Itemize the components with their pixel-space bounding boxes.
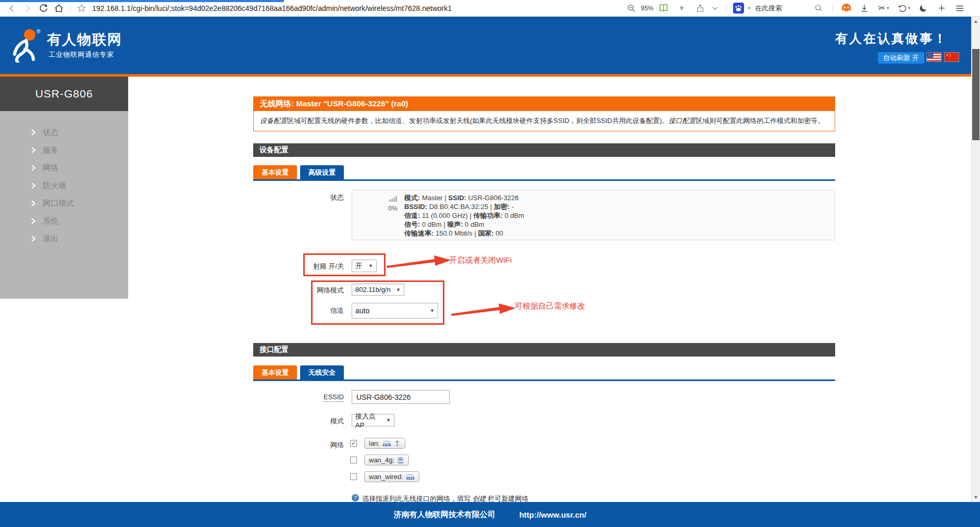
sidebar-item-label: 服务 — [43, 145, 58, 155]
network-badge-label: wan_wired: — [369, 473, 403, 481]
chevron-right-icon — [31, 236, 35, 242]
section-interface-config: 接口配置 — [253, 343, 835, 357]
toolbar-divider — [726, 4, 726, 13]
chevron-right-icon — [31, 129, 35, 136]
browser-toolbar: 192.168.1.1/cgi-bin/luci/;stok=94d02e2e8… — [0, 0, 980, 17]
site-header: ® 有人物联网 工业物联网通信专家 有人在认真做事！ 自动刷新 开 — [0, 17, 980, 74]
select-arrow-icon: ▼ — [386, 418, 391, 423]
chevron-down-icon[interactable] — [711, 2, 720, 15]
switch-icon — [406, 474, 415, 480]
sidebar-item-防火墙[interactable]: 防火墙 — [0, 177, 128, 194]
add-icon[interactable] — [934, 2, 949, 15]
modem-icon — [397, 457, 404, 463]
sidebar-item-网口模式[interactable]: 网口模式 — [0, 194, 128, 212]
zoom-out-icon[interactable] — [624, 2, 639, 15]
interface-tab[interactable]: 基本设置 — [253, 365, 297, 379]
search-box[interactable]: 在此搜索 — [755, 4, 782, 13]
scroll-down-icon[interactable]: ▼ — [972, 493, 980, 501]
status-line: BSSID: D8:B0:4C:BA:32:25 | 加密: - — [404, 202, 524, 211]
status-label: 状态 — [224, 193, 344, 202]
flag-us-icon[interactable] — [926, 52, 941, 62]
sidebar-item-label: 退出 — [43, 234, 58, 244]
status-line: 模式: Master | SSID: USR-G806-3226 — [404, 193, 524, 202]
network-badge-label: wan_4g: — [369, 456, 394, 464]
vertical-scrollbar[interactable]: ▲ ▼ — [971, 17, 980, 501]
undo-history-icon[interactable]: ▾ — [895, 2, 913, 15]
sidebar-item-系统[interactable]: 系统 — [0, 212, 128, 230]
page-title: 无线网络: Master "USR-G806-3226" (ra0) — [254, 97, 835, 111]
flash-icon[interactable] — [674, 2, 690, 15]
switch-icon — [382, 440, 391, 447]
sidebar-item-网络[interactable]: 网络 — [0, 159, 128, 177]
network-badge-lan: lan: — [364, 438, 405, 449]
auto-refresh-toggle[interactable]: 自动刷新 开 — [878, 52, 924, 64]
baidu-search-icon[interactable] — [732, 2, 746, 15]
network-badge-wan_4g: wan_4g: — [364, 455, 409, 465]
home-icon[interactable] — [51, 2, 67, 15]
svg-text:®: ® — [36, 29, 41, 34]
network-badge-label: lan: — [369, 439, 380, 447]
game-center-icon[interactable] — [838, 2, 854, 15]
annotation-arrow-radio — [387, 254, 452, 270]
essid-label: ESSID — [224, 393, 344, 401]
mode-label: 模式 — [224, 416, 344, 426]
refresh-icon[interactable] — [35, 2, 51, 15]
sidebar-item-label: 防火墙 — [43, 181, 66, 191]
essid-input[interactable] — [352, 390, 450, 404]
address-bar[interactable]: 192.168.1.1/cgi-bin/luci/;stok=94d02e2e8… — [92, 4, 624, 13]
status-line: 传输速率: 150.0 Mbit/s | 国家: 00 — [404, 229, 524, 238]
download-icon[interactable] — [857, 2, 872, 15]
sidebar-item-服务[interactable]: 服务 — [0, 141, 128, 159]
scrollbar-thumb[interactable] — [972, 49, 979, 140]
night-mode-icon[interactable] — [915, 2, 931, 15]
footer-website[interactable]: http://www.usr.cn/ — [519, 510, 587, 519]
chevron-right-icon — [31, 182, 35, 189]
network-checkbox-wan_4g[interactable] — [350, 457, 357, 463]
usr-logo-icon: ® — [10, 28, 43, 65]
wireless-status-box: 0% 模式: Master | SSID: USR-G806-3226BSSID… — [352, 190, 835, 240]
network-checkbox-wan_wired[interactable] — [350, 473, 357, 480]
sidebar-item-退出[interactable]: 退出 — [0, 230, 128, 248]
page-description: 设备配置区域可配置无线的硬件参数，比如信道、发射功率或发射天线(如果此无线模块硬… — [254, 111, 835, 131]
toolbar-divider — [832, 4, 833, 13]
interface-tab[interactable]: 无线安全 — [300, 365, 344, 379]
device-tab[interactable]: 基本设置 — [253, 165, 297, 179]
interface-config-tabs: 基本设置无线安全 — [253, 367, 835, 381]
search-icon[interactable] — [811, 2, 826, 15]
page-footer: 济南有人物联网技术有限公司 http://www.usr.cn/ — [0, 502, 980, 527]
menu-icon[interactable] — [952, 2, 967, 15]
annotation-note-channel: 可根据自己需求修改 — [515, 301, 585, 311]
signal-strength-indicator: 0% — [382, 194, 403, 212]
wifi-icon — [394, 440, 401, 447]
footer-company: 济南有人物联网技术有限公司 — [394, 510, 495, 520]
annotation-arrow-channel — [451, 301, 517, 317]
favorite-star-icon[interactable] — [73, 2, 89, 15]
screenshot-scissors-icon[interactable]: ✂▾ — [875, 2, 892, 15]
annotation-box-channel — [311, 280, 444, 325]
chevron-right-icon — [31, 147, 35, 153]
scroll-up-icon[interactable]: ▲ — [972, 17, 980, 26]
toolbar-divider — [70, 4, 70, 13]
flag-cn-icon[interactable] — [944, 52, 959, 62]
network-label: 网络 — [224, 440, 344, 450]
annotation-note-radio: 开启或者关闭WiFi — [449, 255, 512, 265]
tab-loading-indicator — [0, 0, 284, 2]
device-tab[interactable]: 高级设置 — [300, 165, 344, 179]
reading-mode-icon[interactable] — [656, 2, 672, 15]
search-engine-caret-icon[interactable]: ▾ — [748, 6, 750, 10]
mode-select[interactable]: 接入点AP▼ — [352, 414, 394, 426]
sidebar-item-label: 网络 — [43, 163, 58, 173]
signal-bars-icon — [389, 196, 397, 202]
brand-title: 有人物联网 — [47, 30, 122, 49]
device-model-label: USR-G806 — [0, 77, 128, 111]
sidebar-item-状态[interactable]: 状态 — [0, 124, 128, 141]
back-icon[interactable] — [4, 2, 20, 15]
help-icon: ? — [352, 494, 359, 501]
share-icon[interactable] — [692, 2, 708, 15]
sidebar-item-label: 网口模式 — [43, 199, 74, 209]
brand-subtitle: 工业物联网通信专家 — [48, 50, 114, 59]
status-line: 信号: 0 dBm | 噪声: 0 dBm — [404, 220, 524, 229]
wireless-overview-box: 无线网络: Master "USR-G806-3226" (ra0) 设备配置区… — [253, 96, 835, 131]
network-checkbox-lan[interactable]: ✓ — [350, 440, 357, 447]
forward-icon[interactable] — [20, 2, 35, 15]
